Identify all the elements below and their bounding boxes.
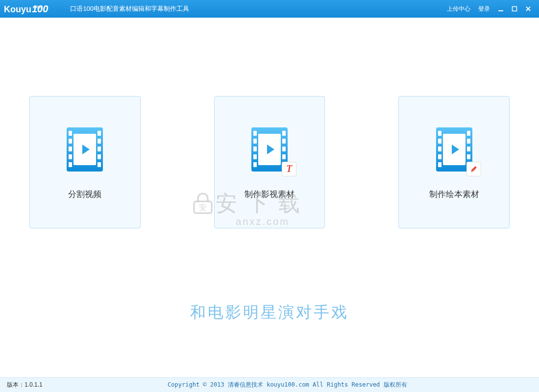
- maximize-button[interactable]: [508, 2, 521, 16]
- svg-rect-20: [253, 147, 257, 151]
- svg-rect-26: [282, 154, 286, 159]
- svg-rect-23: [282, 131, 286, 136]
- svg-rect-38: [467, 154, 470, 159]
- card-label: 制作绘本素材: [429, 189, 479, 200]
- card-create-video-material[interactable]: T 制作影视素材: [214, 96, 325, 228]
- footer-bar: 版本：1.0.1.1 Copyright © 2013 清睿信息技术 kouyu…: [0, 377, 539, 392]
- svg-rect-10: [69, 162, 72, 167]
- app-logo: Kouyu 100 .com: [4, 3, 58, 15]
- logo-text: Kouyu: [4, 4, 31, 15]
- svg-rect-18: [253, 131, 257, 136]
- minimize-button[interactable]: [494, 2, 508, 16]
- film-text-icon: T: [245, 125, 294, 174]
- card-split-video[interactable]: 分割视频: [29, 96, 141, 228]
- svg-rect-9: [69, 154, 72, 159]
- logo-com: .com: [32, 4, 43, 9]
- maximize-icon: [512, 6, 517, 12]
- svg-rect-21: [253, 154, 257, 159]
- pencil-badge-icon: [466, 162, 481, 176]
- svg-rect-36: [467, 139, 470, 144]
- svg-rect-7: [69, 139, 72, 144]
- svg-rect-13: [98, 147, 101, 151]
- login-link[interactable]: 登录: [474, 3, 494, 15]
- card-create-picture-book-material[interactable]: 制作绘本素材: [398, 96, 510, 228]
- app-title: 口语100电影配音素材编辑和字幕制作工具: [70, 4, 189, 13]
- svg-rect-6: [69, 131, 72, 136]
- svg-rect-11: [98, 131, 101, 136]
- titlebar: Kouyu 100 .com 口语100电影配音素材编辑和字幕制作工具 上传中心…: [0, 0, 539, 18]
- svg-rect-32: [438, 147, 441, 151]
- card-row: 分割视频 T 制作影视素材: [0, 18, 539, 228]
- svg-rect-30: [438, 131, 441, 136]
- film-pencil-icon: [430, 125, 479, 174]
- svg-rect-14: [98, 154, 101, 159]
- svg-rect-22: [253, 162, 257, 167]
- film-icon: [60, 125, 109, 174]
- card-label: 分割视频: [68, 189, 101, 200]
- close-button[interactable]: [521, 2, 535, 16]
- tagline-text: 和电影明星演对手戏: [0, 302, 539, 323]
- copyright-text: Copyright © 2013 清睿信息技术 kouyu100.com All…: [43, 381, 532, 389]
- svg-rect-15: [98, 162, 101, 167]
- svg-rect-33: [438, 154, 441, 159]
- version-label: 版本：1.0.1.1: [7, 381, 43, 389]
- svg-rect-19: [253, 139, 257, 144]
- minimize-icon: [498, 6, 504, 12]
- svg-rect-37: [467, 147, 470, 151]
- svg-rect-24: [282, 139, 286, 144]
- svg-rect-8: [69, 147, 72, 151]
- svg-rect-35: [467, 131, 470, 136]
- main-content: 分割视频 T 制作影视素材: [0, 18, 539, 377]
- svg-rect-34: [438, 162, 441, 167]
- close-icon: [525, 6, 531, 12]
- card-label: 制作影视素材: [245, 189, 294, 200]
- upload-center-link[interactable]: 上传中心: [443, 3, 474, 15]
- svg-rect-25: [282, 147, 286, 151]
- text-badge-icon: T: [282, 162, 296, 176]
- svg-rect-31: [438, 139, 441, 144]
- svg-rect-1: [513, 7, 517, 11]
- svg-rect-12: [98, 139, 101, 144]
